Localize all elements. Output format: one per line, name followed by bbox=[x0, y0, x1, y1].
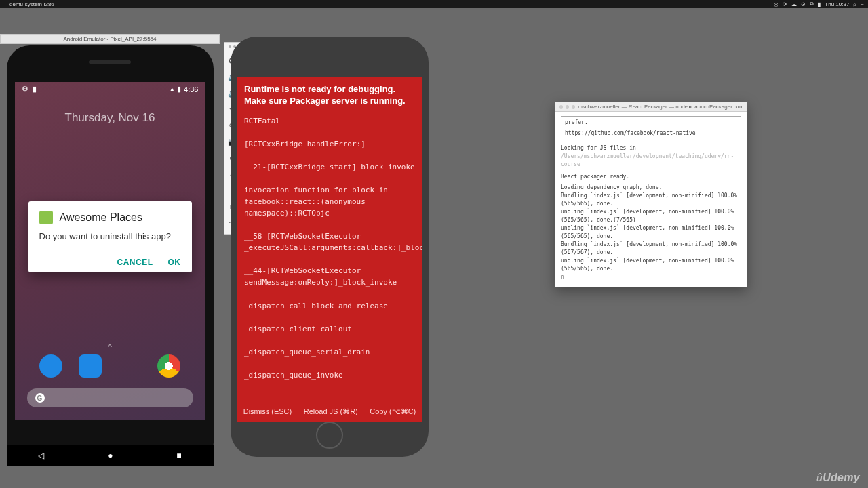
terminal-line: Looking for JS files in bbox=[561, 144, 741, 152]
android-status-bar: ⚙ ▮ ▴ ▮ 4:36 bbox=[15, 82, 205, 96]
menubar-wifi-icon: ⧉ bbox=[810, 1, 814, 7]
menubar-search-icon[interactable]: ⌕ bbox=[853, 1, 856, 7]
terminal-path: /Users/mschwarzmueller/development/teach… bbox=[561, 152, 741, 169]
react-native-error-screen: Runtime is not ready for debugging. Make… bbox=[237, 77, 422, 422]
google-search-bar[interactable]: G bbox=[27, 388, 193, 407]
phone-app-icon[interactable] bbox=[39, 354, 62, 378]
terminal-body: prefer. https://github.com/facebook/reac… bbox=[555, 112, 747, 287]
settings-icon: ⚙ bbox=[22, 85, 28, 94]
android-screen: ⚙ ▮ ▴ ▮ 4:36 Thursday, Nov 16 Awesome Pl… bbox=[15, 82, 205, 420]
udemy-watermark: ûUdemy bbox=[816, 472, 860, 484]
menubar-status-icon: ☁ bbox=[791, 1, 797, 7]
menubar-status-icon: ⊙ bbox=[801, 1, 806, 7]
error-stack-trace: RCTFatal [RCTCxxBridge handleError:] __2… bbox=[244, 115, 415, 381]
chrome-app-icon[interactable] bbox=[157, 354, 180, 378]
nav-home-button[interactable]: ● bbox=[108, 451, 113, 460]
terminal-line: Bundling `index.js` [development, non-mi… bbox=[561, 192, 741, 208]
menubar-time: Thu 10:37 bbox=[825, 1, 849, 7]
terminal-line: prefer. bbox=[565, 119, 737, 127]
android-device-frame: ⚙ ▮ ▴ ▮ 4:36 Thursday, Nov 16 Awesome Pl… bbox=[7, 45, 214, 466]
dismiss-button[interactable]: Dismiss (ESC) bbox=[243, 407, 292, 416]
menubar-status-icon: ◎ bbox=[774, 1, 778, 7]
menubar-battery-icon: ▮ bbox=[818, 1, 821, 7]
messages-app-icon[interactable] bbox=[79, 354, 102, 378]
close-icon[interactable] bbox=[229, 45, 231, 48]
app-icon bbox=[39, 211, 53, 224]
error-footer: Dismiss (ESC) Reload JS (⌘R) Copy (⌥⌘C) bbox=[237, 407, 422, 416]
status-time: 4:36 bbox=[184, 85, 198, 94]
google-g-icon: G bbox=[35, 393, 45, 403]
terminal-cursor: ▯ bbox=[561, 273, 741, 281]
minimize-icon[interactable] bbox=[566, 105, 569, 109]
menubar-notification-icon[interactable]: ≡ bbox=[861, 1, 864, 7]
battery-icon: ▮ bbox=[177, 85, 181, 94]
chevron-up-icon[interactable]: ^ bbox=[108, 342, 112, 352]
menubar-app-name: qemu-system-i386 bbox=[9, 1, 54, 7]
lockscreen-date: Thursday, Nov 16 bbox=[15, 111, 205, 125]
emulator-titlebar: Android Emulator - Pixel_API_27:5554 bbox=[0, 34, 220, 44]
uninstall-dialog: Awesome Places Do you want to uninstall … bbox=[28, 201, 192, 272]
terminal-line: undling `index.js` [development, non-min… bbox=[561, 257, 741, 273]
ok-button[interactable]: OK bbox=[168, 258, 181, 267]
menubar-status-icon: ⟳ bbox=[783, 1, 787, 7]
dialog-message: Do you want to uninstall this app? bbox=[39, 231, 181, 241]
macos-menubar: qemu-system-i386 ◎ ⟳ ☁ ⊙ ⧉ ▮ Thu 10:37 ⌕… bbox=[0, 0, 868, 8]
terminal-line: undling `index.js` [development, non-min… bbox=[561, 208, 741, 224]
terminal-titlebar: mschwarzmueller — React Packager — node … bbox=[555, 102, 747, 112]
terminal-url: https://github.com/facebook/react-native bbox=[565, 129, 737, 138]
terminal-title: mschwarzmueller — React Packager — node … bbox=[578, 104, 743, 110]
battery-icon: ▮ bbox=[33, 85, 37, 94]
reload-js-button[interactable]: Reload JS (⌘R) bbox=[304, 407, 358, 416]
nav-back-button[interactable]: ◁ bbox=[38, 451, 44, 460]
app-dock bbox=[15, 354, 205, 378]
terminal-line: React packager ready. bbox=[561, 173, 741, 181]
zoom-icon[interactable] bbox=[572, 105, 575, 109]
signal-icon: ▴ bbox=[170, 85, 174, 94]
error-title: Runtime is not ready for debugging. Make… bbox=[244, 84, 415, 107]
cancel-button[interactable]: CANCEL bbox=[117, 258, 153, 267]
android-nav-bar: ◁ ● ■ bbox=[7, 445, 214, 466]
terminal-line: undling `index.js` [development, non-min… bbox=[561, 224, 741, 241]
ios-home-button[interactable] bbox=[316, 422, 343, 449]
terminal-line: Loading dependency graph, done. bbox=[561, 184, 741, 192]
close-icon[interactable] bbox=[559, 105, 563, 109]
dialog-title: Awesome Places bbox=[60, 211, 142, 224]
terminal-line: Bundling `index.js` [development, non-mi… bbox=[561, 241, 741, 257]
speaker-slot bbox=[89, 60, 131, 64]
terminal-window: mschwarzmueller — React Packager — node … bbox=[555, 102, 747, 287]
nav-recent-button[interactable]: ■ bbox=[176, 451, 181, 460]
copy-button[interactable]: Copy (⌥⌘C) bbox=[370, 407, 416, 416]
ios-device-frame: Runtime is not ready for debugging. Make… bbox=[231, 37, 429, 457]
android-emulator-window: Android Emulator - Pixel_API_27:5554 ⚙ ▮… bbox=[0, 34, 220, 466]
